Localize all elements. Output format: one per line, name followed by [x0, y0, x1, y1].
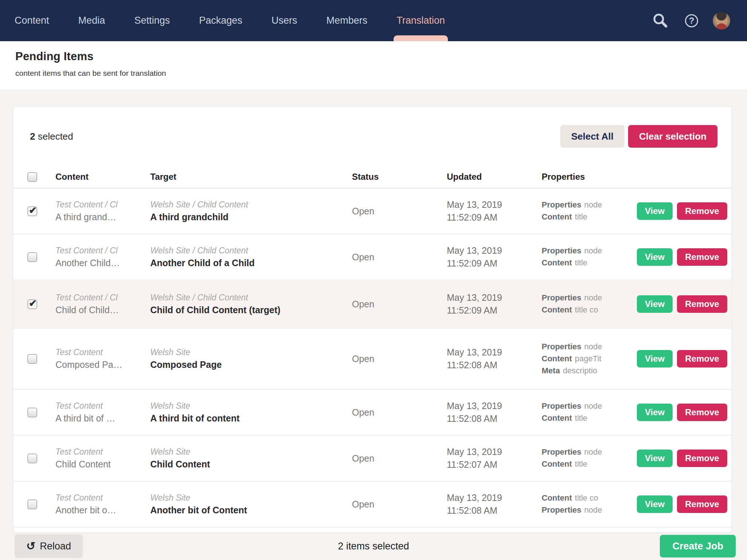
property-line: Propertiesnode	[542, 446, 623, 458]
nav-item-label: Packages	[199, 15, 243, 26]
table-row: Test Content Child Content Welsh Site Ch…	[13, 436, 731, 482]
nav-item-users[interactable]: Users	[271, 0, 297, 41]
remove-button[interactable]: Remove	[677, 202, 727, 220]
nav-right-icons: ?	[650, 0, 747, 41]
select-all-button[interactable]: Select All	[560, 125, 624, 148]
updated-date: May 13, 2019	[447, 244, 542, 257]
content-path: Test Content / Cl	[55, 200, 150, 210]
nav-item-media[interactable]: Media	[78, 0, 105, 41]
question-mark-glyph: ?	[689, 16, 694, 26]
properties-cell: Contenttitle coPropertiesnode	[542, 492, 623, 516]
content-name: Another bit o…	[55, 505, 150, 516]
target-path: Welsh Site	[150, 447, 352, 457]
updated-time: 11:52:08 AM	[447, 359, 542, 372]
nav-item-label: Users	[271, 15, 297, 26]
row-checkbox[interactable]	[27, 499, 37, 509]
view-button[interactable]: View	[637, 295, 673, 313]
table-body: Test Content / Cl A third grand… Welsh S…	[13, 188, 731, 528]
footer-bar: ↺ Reload 2 items selected Create Job	[0, 532, 747, 560]
target-path: Welsh Site / Child Content	[150, 200, 352, 210]
property-value: node	[584, 246, 602, 255]
toolbar-buttons: Select All Clear selection	[560, 125, 717, 148]
property-label: Properties	[542, 505, 581, 514]
nav-item-label: Content	[15, 15, 49, 26]
property-value: title	[575, 459, 587, 468]
property-line: Propertiesnode	[542, 245, 623, 257]
row-checkbox[interactable]	[27, 354, 37, 364]
remove-button[interactable]: Remove	[677, 404, 727, 421]
row-checkbox[interactable]	[27, 252, 37, 262]
remove-button[interactable]: Remove	[677, 248, 727, 266]
property-line: Contenttitle	[542, 458, 623, 470]
row-checkbox[interactable]	[27, 454, 37, 463]
selection-summary: 2 items selected	[0, 541, 747, 552]
property-label: Content	[542, 493, 572, 502]
updated-cell: May 13, 2019 11:52:07 AM	[447, 446, 542, 471]
properties-cell: PropertiesnodeContenttitle co	[542, 292, 623, 316]
nav-item-content[interactable]: Content	[15, 0, 49, 41]
target-cell: Welsh Site Composed Page	[150, 347, 352, 370]
view-button[interactable]: View	[637, 495, 673, 513]
property-value: node	[584, 447, 602, 456]
target-path: Welsh Site / Child Content	[150, 293, 352, 303]
status-cell: Open	[352, 407, 447, 418]
create-job-button[interactable]: Create Job	[660, 535, 736, 557]
property-label: Properties	[542, 246, 581, 255]
nav-item-packages[interactable]: Packages	[199, 0, 243, 41]
target-name: Another Child of a Child	[150, 258, 352, 268]
property-line: ContentpageTit	[542, 353, 623, 365]
user-avatar[interactable]	[713, 12, 730, 30]
properties-cell: PropertiesnodeContentpageTitMetadescript…	[542, 341, 623, 377]
search-icon[interactable]	[650, 11, 670, 31]
updated-date: May 13, 2019	[447, 400, 542, 412]
remove-button[interactable]: Remove	[677, 495, 727, 513]
content-name: Child Content	[55, 459, 150, 470]
property-label: Meta	[542, 366, 560, 375]
content-name: A third grand…	[55, 212, 150, 222]
content-cell: Test Content Another bit o…	[55, 493, 150, 516]
content-name: Composed Pa…	[55, 359, 150, 370]
updated-date: May 13, 2019	[447, 446, 542, 458]
updated-cell: May 13, 2019 11:52:09 AM	[447, 291, 542, 317]
updated-cell: May 13, 2019 11:52:08 AM	[447, 400, 542, 425]
row-actions: View Remove	[623, 404, 731, 421]
updated-cell: May 13, 2019 11:52:08 AM	[447, 491, 542, 517]
view-button[interactable]: View	[637, 202, 673, 220]
content-cell: Test Content / Cl Child of Child…	[55, 293, 150, 315]
row-checkbox[interactable]	[27, 206, 37, 216]
nav-item-members[interactable]: Members	[326, 0, 368, 41]
remove-button[interactable]: Remove	[677, 295, 727, 313]
property-label: Properties	[542, 342, 581, 351]
pending-items-card: 2 selected Select All Clear selection Co…	[13, 107, 731, 532]
content-path: Test Content / Cl	[55, 293, 150, 303]
row-checkbox[interactable]	[27, 299, 37, 309]
row-checkbox[interactable]	[27, 408, 37, 417]
property-line: Contenttitle	[542, 412, 623, 424]
select-all-checkbox[interactable]	[27, 172, 37, 182]
view-button[interactable]: View	[637, 350, 673, 368]
nav-item-translation[interactable]: Translation	[396, 0, 445, 41]
remove-button[interactable]: Remove	[677, 450, 727, 467]
view-button[interactable]: View	[637, 450, 673, 467]
view-button[interactable]: View	[637, 248, 673, 266]
updated-time: 11:52:08 AM	[447, 504, 542, 517]
content-path: Test Content	[55, 447, 150, 457]
nav-item-label: Members	[326, 15, 368, 26]
property-label: Properties	[542, 401, 581, 411]
property-value: node	[584, 401, 602, 411]
content-name: Child of Child…	[55, 305, 150, 315]
property-label: Content	[542, 459, 572, 468]
nav-item-settings[interactable]: Settings	[134, 0, 170, 41]
view-button[interactable]: View	[637, 404, 673, 421]
target-cell: Welsh Site / Child Content Another Child…	[150, 246, 352, 268]
property-line: Contenttitle co	[542, 304, 623, 316]
updated-date: May 13, 2019	[447, 291, 542, 304]
help-icon[interactable]: ?	[681, 11, 702, 31]
remove-button[interactable]: Remove	[677, 350, 727, 368]
nav-item-label: Translation	[396, 15, 445, 26]
clear-selection-button[interactable]: Clear selection	[628, 125, 717, 148]
target-name: A third bit of content	[150, 413, 352, 424]
table-row: Test Content / Cl A third grand… Welsh S…	[13, 188, 731, 234]
target-path: Welsh Site / Child Content	[150, 246, 352, 256]
updated-date: May 13, 2019	[447, 198, 542, 211]
